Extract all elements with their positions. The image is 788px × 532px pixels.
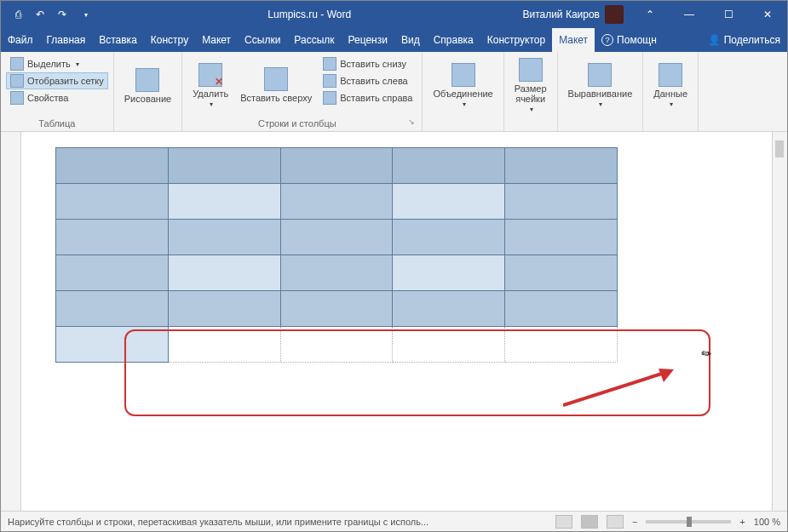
insert-above-button[interactable]: Вставить сверху [235, 55, 317, 116]
tab-design[interactable]: Констру [144, 28, 195, 52]
table-cell[interactable] [280, 327, 393, 363]
vertical-scrollbar[interactable] [772, 132, 787, 511]
zoom-in-button[interactable]: + [739, 517, 745, 527]
table-cell[interactable] [280, 184, 393, 220]
vertical-ruler[interactable] [1, 132, 21, 511]
status-message: Нарисуйте столбцы и строки, перетаскивая… [8, 517, 547, 527]
ribbon-options-button[interactable]: ⌃ [630, 1, 670, 28]
tab-file[interactable]: Файл [1, 28, 40, 52]
draw-table-icon [135, 68, 159, 92]
table-cell[interactable] [393, 220, 505, 255]
zoom-slider[interactable] [646, 520, 731, 523]
document-canvas[interactable] [21, 132, 772, 511]
view-web-layout[interactable] [607, 515, 624, 529]
zoom-out-button[interactable]: − [632, 517, 637, 527]
table-cell[interactable] [505, 220, 618, 255]
table-cell[interactable] [168, 184, 280, 220]
table-row [56, 220, 618, 255]
table-cell[interactable] [56, 255, 169, 291]
table-cell[interactable] [393, 184, 505, 220]
merge-icon [452, 63, 475, 87]
group-alignment: Выравнивание▾ [558, 52, 644, 131]
tab-mailings[interactable]: Рассылк [287, 28, 341, 52]
tab-table-layout[interactable]: Макет [552, 28, 595, 52]
minimize-button[interactable]: ― [670, 1, 709, 28]
table-cell[interactable] [168, 220, 280, 255]
table-cell[interactable] [168, 327, 280, 363]
group-label-table: Таблица [4, 117, 110, 129]
tab-view[interactable]: Вид [394, 28, 427, 52]
tab-table-design[interactable]: Конструктор [480, 28, 552, 52]
group-draw: Рисование [114, 52, 182, 131]
close-button[interactable]: ✕ [748, 1, 787, 28]
insert-below-icon [323, 57, 336, 71]
table-cell[interactable] [393, 148, 505, 184]
scrollbar-thumb[interactable] [775, 140, 784, 157]
tell-me[interactable]: ?Помощн [595, 34, 664, 46]
table-cell[interactable] [56, 291, 169, 327]
cell-size-button[interactable]: Размерячейки▾ [509, 55, 552, 116]
tab-review[interactable]: Рецензи [342, 28, 394, 52]
quick-access-toolbar: ⎙ ↶ ↷ ▾ [1, 8, 103, 21]
view-gridlines-button[interactable]: Отобразить сетку [6, 72, 108, 89]
insert-below-button[interactable]: Вставить снизу [319, 55, 417, 72]
group-label-rc: Строки и столбцы [186, 117, 408, 129]
table-cell[interactable] [280, 291, 393, 327]
table-cell[interactable] [168, 255, 280, 291]
data-icon [659, 63, 682, 87]
merge-button[interactable]: Объединение▾ [428, 55, 498, 116]
table-cell[interactable] [168, 291, 280, 327]
tab-home[interactable]: Главная [40, 28, 93, 52]
table-cell[interactable] [168, 148, 280, 184]
properties-button[interactable]: Свойства [6, 89, 108, 106]
table-cell[interactable] [505, 184, 618, 220]
table-cell[interactable] [280, 220, 393, 255]
view-read-mode[interactable] [555, 515, 572, 529]
insert-right-button[interactable]: Вставить справа [319, 89, 417, 106]
table-cell[interactable] [56, 327, 169, 363]
zoom-level[interactable]: 100 % [754, 517, 780, 527]
select-button[interactable]: Выделить▾ [6, 55, 108, 72]
table-cell[interactable] [505, 255, 618, 291]
delete-button[interactable]: Удалить▾ [187, 55, 233, 116]
user-avatar [605, 5, 624, 24]
draw-table-button[interactable]: Рисование [119, 55, 176, 116]
group-table: Выделить▾ Отобразить сетку Свойства Табл… [1, 52, 114, 131]
table-cell[interactable] [393, 291, 505, 327]
insert-left-icon [323, 74, 336, 88]
table-cell[interactable] [56, 184, 169, 220]
redo-icon[interactable]: ↷ [55, 8, 69, 21]
table-cell[interactable] [505, 148, 618, 184]
status-bar: Нарисуйте столбцы и строки, перетаскивая… [1, 511, 787, 531]
undo-icon[interactable]: ↶ [33, 8, 47, 21]
table-cell[interactable] [505, 291, 618, 327]
autosave-icon[interactable]: ⎙ [11, 8, 25, 21]
insert-left-button[interactable]: Вставить слева [319, 72, 417, 89]
table-cell[interactable] [393, 327, 505, 363]
zoom-slider-knob[interactable] [687, 517, 692, 527]
ribbon: Выделить▾ Отобразить сетку Свойства Табл… [1, 52, 787, 132]
share-button[interactable]: 👤Поделиться [701, 34, 787, 46]
user-account[interactable]: Виталий Каиров [515, 5, 630, 24]
share-icon: 👤 [708, 34, 721, 46]
cursor-icon [10, 57, 24, 71]
table-cell[interactable] [56, 220, 169, 255]
alignment-button[interactable]: Выравнивание▾ [563, 55, 638, 116]
qat-customize-icon[interactable]: ▾ [79, 8, 93, 21]
view-print-layout[interactable] [581, 515, 598, 529]
tab-page-layout[interactable]: Макет [195, 28, 238, 52]
word-table[interactable] [55, 147, 618, 363]
data-button[interactable]: Данные▾ [648, 55, 693, 116]
table-cell[interactable] [280, 148, 393, 184]
tab-insert[interactable]: Вставка [92, 28, 144, 52]
maximize-button[interactable]: ☐ [709, 1, 748, 28]
rc-dialog-launcher[interactable]: ↘ [408, 117, 418, 129]
table-cell[interactable] [393, 255, 505, 291]
tab-references[interactable]: Ссылки [238, 28, 287, 52]
table-cell[interactable] [505, 327, 618, 363]
tab-help[interactable]: Справка [427, 28, 480, 52]
table-cell[interactable] [56, 148, 169, 184]
table-cell[interactable] [280, 255, 393, 291]
group-merge: Объединение▾ [423, 52, 503, 131]
page [55, 147, 738, 363]
